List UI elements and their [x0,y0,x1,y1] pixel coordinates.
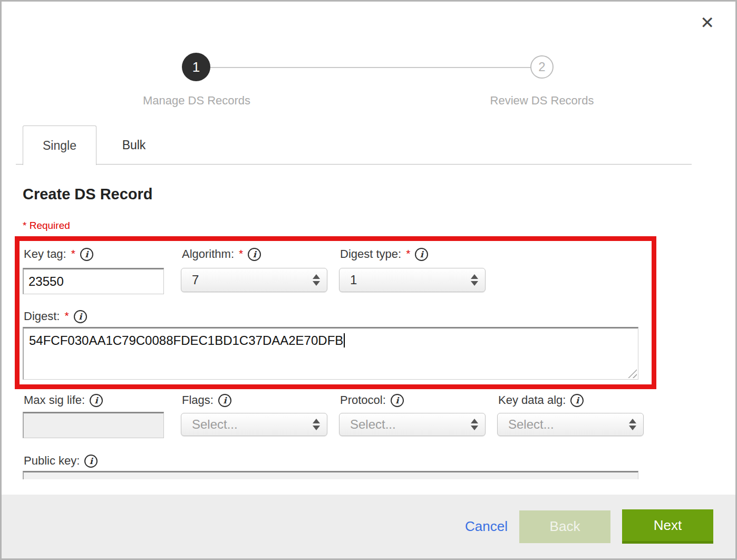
step-2-label: Review DS Records [458,94,626,108]
digest-type-label-text: Digest type: [340,247,401,261]
flags-label: Flags: i [182,393,231,408]
algorithm-selected-value: 7 [192,273,199,287]
digest-type-select[interactable]: 1 [339,268,486,292]
step-1-indicator: 1 [182,53,210,81]
select-spinner-icon [471,419,478,430]
next-button-label: Next [654,517,682,534]
algorithm-label: Algorithm: * i [182,247,261,262]
digest-type-info-icon[interactable]: i [415,248,428,261]
digest-type-selected-value: 1 [350,273,357,287]
modal-footer: Cancel Back Next [2,495,735,558]
public-key-textarea[interactable] [23,471,638,479]
key-data-alg-label-text: Key data alg: [498,393,566,407]
step-2-indicator: 2 [530,55,554,79]
max-sig-life-input [23,412,164,438]
digest-type-label: Digest type: * i [340,247,428,262]
next-button[interactable]: Next [622,509,713,544]
digest-value: 54FCF030AA1C79C0088FDEC1BD1C37DAA2E70DFB [29,333,343,347]
key-data-alg-selected-value: Select... [508,417,554,432]
flags-label-text: Flags: [182,393,214,407]
public-key-label: Public key: i [24,454,98,469]
key-data-alg-info-icon[interactable]: i [570,394,584,407]
flags-selected-value: Select... [192,417,238,432]
protocol-info-icon[interactable]: i [391,394,404,407]
create-ds-record-modal: ✕ 1 2 Manage DS Records Review DS Record… [0,0,737,560]
step-2-number: 2 [538,60,545,74]
protocol-label-text: Protocol: [340,393,386,407]
resize-handle-icon[interactable] [628,369,637,378]
digest-type-required-marker: * [406,248,410,259]
select-spinner-icon [629,419,636,430]
tab-bulk-label: Bulk [122,138,146,152]
page-title: Create DS Record [23,186,153,203]
key-tag-label-text: Key tag: [24,247,66,261]
key-data-alg-label: Key data alg: i [498,393,584,408]
select-spinner-icon [471,274,478,286]
digest-info-icon[interactable]: i [74,310,87,323]
max-sig-life-label-text: Max sig life: [24,393,85,407]
text-caret [344,333,345,347]
key-data-alg-select[interactable]: Select... [497,413,644,436]
select-spinner-icon [313,274,320,286]
algorithm-label-text: Algorithm: [182,247,234,261]
key-tag-info-icon[interactable]: i [80,248,93,261]
close-icon[interactable]: ✕ [700,14,714,31]
protocol-selected-value: Select... [350,417,396,432]
key-tag-input[interactable]: 23550 [23,268,164,294]
step-1-label: Manage DS Records [112,94,281,108]
select-spinner-icon [313,419,320,430]
public-key-label-text: Public key: [24,454,80,468]
step-1-number: 1 [192,59,200,75]
tab-bulk[interactable]: Bulk [97,125,171,165]
digest-textarea[interactable]: 54FCF030AA1C79C0088FDEC1BD1C37DAA2E70DFB [23,327,638,380]
tab-single[interactable]: Single [23,125,96,165]
algorithm-select[interactable]: 7 [181,268,327,292]
digest-label: Digest: * i [24,310,87,324]
protocol-label: Protocol: i [340,393,404,408]
digest-required-marker: * [64,310,69,321]
required-note: * Required [23,220,70,231]
max-sig-life-info-icon[interactable]: i [90,394,103,407]
key-tag-required-marker: * [71,248,75,259]
stepper-connector-line [197,67,542,68]
tab-single-label: Single [43,139,76,153]
protocol-select[interactable]: Select... [339,413,486,436]
algorithm-info-icon[interactable]: i [248,248,261,261]
flags-info-icon[interactable]: i [218,394,231,407]
key-tag-value: 23550 [28,274,64,289]
key-tag-label: Key tag: * i [24,247,93,262]
back-button: Back [519,510,610,543]
public-key-info-icon[interactable]: i [84,455,98,468]
cancel-button[interactable]: Cancel [465,518,508,535]
flags-select[interactable]: Select... [181,413,327,436]
algorithm-required-marker: * [239,248,243,259]
digest-label-text: Digest: [24,310,60,323]
max-sig-life-label: Max sig life: i [24,393,103,408]
back-button-label: Back [550,518,580,535]
